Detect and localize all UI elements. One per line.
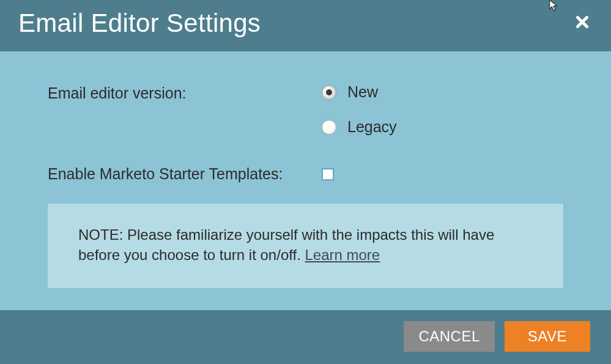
starter-templates-row: Enable Marketo Starter Templates: bbox=[48, 165, 563, 183]
dialog-content: Email editor version: New Legacy Enable … bbox=[0, 51, 611, 310]
email-editor-version-radio-group: New Legacy bbox=[322, 83, 397, 136]
email-editor-settings-dialog: Email Editor Settings Email editor versi… bbox=[0, 0, 611, 364]
radio-label-new: New bbox=[347, 83, 378, 101]
radio-label-legacy: Legacy bbox=[347, 118, 397, 136]
starter-templates-label: Enable Marketo Starter Templates: bbox=[48, 165, 322, 183]
cancel-button[interactable]: CANCEL bbox=[404, 321, 494, 352]
save-button[interactable]: SAVE bbox=[505, 321, 590, 352]
radio-button-icon bbox=[322, 120, 336, 135]
close-icon[interactable] bbox=[572, 11, 593, 35]
note-text: Please familiarize yourself with the imp… bbox=[78, 226, 494, 263]
starter-templates-checkbox[interactable] bbox=[322, 168, 334, 180]
cursor-icon bbox=[547, 0, 561, 12]
note-box: NOTE: Please familiarize yourself with t… bbox=[48, 204, 563, 288]
radio-button-icon bbox=[322, 85, 336, 100]
learn-more-link[interactable]: Learn more bbox=[305, 247, 380, 263]
email-editor-version-row: Email editor version: New Legacy bbox=[48, 83, 563, 136]
dialog-footer: CANCEL SAVE bbox=[0, 310, 611, 364]
dialog-header: Email Editor Settings bbox=[0, 0, 611, 51]
radio-option-new[interactable]: New bbox=[322, 83, 397, 101]
note-prefix: NOTE: bbox=[78, 226, 123, 243]
radio-option-legacy[interactable]: Legacy bbox=[322, 118, 397, 136]
dialog-title: Email Editor Settings bbox=[18, 9, 261, 38]
email-editor-version-label: Email editor version: bbox=[48, 83, 322, 102]
